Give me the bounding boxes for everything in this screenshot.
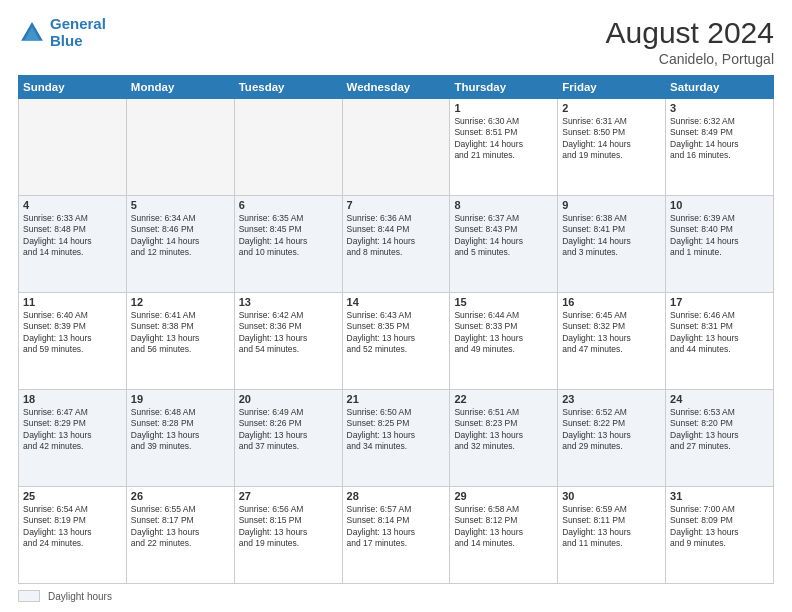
day-number: 24	[670, 393, 769, 405]
day-number: 8	[454, 199, 553, 211]
day-info: Sunrise: 7:00 AM Sunset: 8:09 PM Dayligh…	[670, 504, 769, 550]
calendar-day-cell: 22Sunrise: 6:51 AM Sunset: 8:23 PM Dayli…	[450, 390, 558, 487]
weekday-header-thursday: Thursday	[450, 76, 558, 99]
calendar-day-cell: 29Sunrise: 6:58 AM Sunset: 8:12 PM Dayli…	[450, 487, 558, 584]
logo-text: General Blue	[50, 16, 106, 49]
page: General Blue August 2024 Canidelo, Portu…	[0, 0, 792, 612]
day-info: Sunrise: 6:49 AM Sunset: 8:26 PM Dayligh…	[239, 407, 338, 453]
calendar-day-cell: 15Sunrise: 6:44 AM Sunset: 8:33 PM Dayli…	[450, 293, 558, 390]
calendar-day-cell	[19, 99, 127, 196]
day-number: 26	[131, 490, 230, 502]
calendar-week-row: 4Sunrise: 6:33 AM Sunset: 8:48 PM Daylig…	[19, 196, 774, 293]
logo: General Blue	[18, 16, 106, 49]
day-number: 17	[670, 296, 769, 308]
day-number: 7	[347, 199, 446, 211]
day-info: Sunrise: 6:47 AM Sunset: 8:29 PM Dayligh…	[23, 407, 122, 453]
day-number: 9	[562, 199, 661, 211]
day-info: Sunrise: 6:51 AM Sunset: 8:23 PM Dayligh…	[454, 407, 553, 453]
day-number: 4	[23, 199, 122, 211]
day-info: Sunrise: 6:34 AM Sunset: 8:46 PM Dayligh…	[131, 213, 230, 259]
calendar-day-cell: 8Sunrise: 6:37 AM Sunset: 8:43 PM Daylig…	[450, 196, 558, 293]
calendar-day-cell: 18Sunrise: 6:47 AM Sunset: 8:29 PM Dayli…	[19, 390, 127, 487]
logo-blue: Blue	[50, 32, 83, 49]
calendar-day-cell: 5Sunrise: 6:34 AM Sunset: 8:46 PM Daylig…	[126, 196, 234, 293]
day-info: Sunrise: 6:48 AM Sunset: 8:28 PM Dayligh…	[131, 407, 230, 453]
day-number: 12	[131, 296, 230, 308]
calendar: SundayMondayTuesdayWednesdayThursdayFrid…	[18, 75, 774, 584]
day-info: Sunrise: 6:50 AM Sunset: 8:25 PM Dayligh…	[347, 407, 446, 453]
title-block: August 2024 Canidelo, Portugal	[606, 16, 774, 67]
calendar-day-cell: 23Sunrise: 6:52 AM Sunset: 8:22 PM Dayli…	[558, 390, 666, 487]
calendar-day-cell: 28Sunrise: 6:57 AM Sunset: 8:14 PM Dayli…	[342, 487, 450, 584]
legend-box	[18, 590, 40, 602]
calendar-day-cell	[234, 99, 342, 196]
day-number: 6	[239, 199, 338, 211]
day-info: Sunrise: 6:40 AM Sunset: 8:39 PM Dayligh…	[23, 310, 122, 356]
day-number: 21	[347, 393, 446, 405]
day-number: 18	[23, 393, 122, 405]
day-info: Sunrise: 6:53 AM Sunset: 8:20 PM Dayligh…	[670, 407, 769, 453]
day-info: Sunrise: 6:45 AM Sunset: 8:32 PM Dayligh…	[562, 310, 661, 356]
day-number: 13	[239, 296, 338, 308]
calendar-day-cell: 25Sunrise: 6:54 AM Sunset: 8:19 PM Dayli…	[19, 487, 127, 584]
day-number: 14	[347, 296, 446, 308]
day-number: 28	[347, 490, 446, 502]
day-number: 31	[670, 490, 769, 502]
day-number: 22	[454, 393, 553, 405]
legend-label: Daylight hours	[48, 591, 112, 602]
weekday-header-tuesday: Tuesday	[234, 76, 342, 99]
day-info: Sunrise: 6:41 AM Sunset: 8:38 PM Dayligh…	[131, 310, 230, 356]
day-number: 30	[562, 490, 661, 502]
weekday-header-saturday: Saturday	[666, 76, 774, 99]
day-number: 5	[131, 199, 230, 211]
location-subtitle: Canidelo, Portugal	[606, 51, 774, 67]
day-number: 19	[131, 393, 230, 405]
calendar-day-cell: 11Sunrise: 6:40 AM Sunset: 8:39 PM Dayli…	[19, 293, 127, 390]
month-title: August 2024	[606, 16, 774, 49]
calendar-week-row: 1Sunrise: 6:30 AM Sunset: 8:51 PM Daylig…	[19, 99, 774, 196]
weekday-header-wednesday: Wednesday	[342, 76, 450, 99]
logo-icon	[18, 19, 46, 47]
day-number: 3	[670, 102, 769, 114]
calendar-day-cell: 6Sunrise: 6:35 AM Sunset: 8:45 PM Daylig…	[234, 196, 342, 293]
calendar-day-cell: 20Sunrise: 6:49 AM Sunset: 8:26 PM Dayli…	[234, 390, 342, 487]
footer: Daylight hours	[18, 590, 774, 602]
day-number: 20	[239, 393, 338, 405]
day-info: Sunrise: 6:55 AM Sunset: 8:17 PM Dayligh…	[131, 504, 230, 550]
day-info: Sunrise: 6:38 AM Sunset: 8:41 PM Dayligh…	[562, 213, 661, 259]
calendar-day-cell: 4Sunrise: 6:33 AM Sunset: 8:48 PM Daylig…	[19, 196, 127, 293]
day-number: 27	[239, 490, 338, 502]
day-info: Sunrise: 6:54 AM Sunset: 8:19 PM Dayligh…	[23, 504, 122, 550]
day-number: 25	[23, 490, 122, 502]
day-number: 1	[454, 102, 553, 114]
calendar-day-cell: 13Sunrise: 6:42 AM Sunset: 8:36 PM Dayli…	[234, 293, 342, 390]
day-info: Sunrise: 6:35 AM Sunset: 8:45 PM Dayligh…	[239, 213, 338, 259]
calendar-day-cell	[342, 99, 450, 196]
weekday-header-friday: Friday	[558, 76, 666, 99]
day-number: 29	[454, 490, 553, 502]
header: General Blue August 2024 Canidelo, Portu…	[18, 16, 774, 67]
calendar-day-cell: 2Sunrise: 6:31 AM Sunset: 8:50 PM Daylig…	[558, 99, 666, 196]
calendar-day-cell: 31Sunrise: 7:00 AM Sunset: 8:09 PM Dayli…	[666, 487, 774, 584]
weekday-header-monday: Monday	[126, 76, 234, 99]
calendar-week-row: 18Sunrise: 6:47 AM Sunset: 8:29 PM Dayli…	[19, 390, 774, 487]
calendar-day-cell: 12Sunrise: 6:41 AM Sunset: 8:38 PM Dayli…	[126, 293, 234, 390]
day-number: 11	[23, 296, 122, 308]
day-info: Sunrise: 6:37 AM Sunset: 8:43 PM Dayligh…	[454, 213, 553, 259]
day-info: Sunrise: 6:31 AM Sunset: 8:50 PM Dayligh…	[562, 116, 661, 162]
calendar-day-cell: 26Sunrise: 6:55 AM Sunset: 8:17 PM Dayli…	[126, 487, 234, 584]
day-info: Sunrise: 6:58 AM Sunset: 8:12 PM Dayligh…	[454, 504, 553, 550]
calendar-day-cell: 19Sunrise: 6:48 AM Sunset: 8:28 PM Dayli…	[126, 390, 234, 487]
weekday-header-sunday: Sunday	[19, 76, 127, 99]
day-info: Sunrise: 6:56 AM Sunset: 8:15 PM Dayligh…	[239, 504, 338, 550]
calendar-week-row: 25Sunrise: 6:54 AM Sunset: 8:19 PM Dayli…	[19, 487, 774, 584]
day-info: Sunrise: 6:33 AM Sunset: 8:48 PM Dayligh…	[23, 213, 122, 259]
calendar-day-cell: 9Sunrise: 6:38 AM Sunset: 8:41 PM Daylig…	[558, 196, 666, 293]
day-number: 23	[562, 393, 661, 405]
day-number: 15	[454, 296, 553, 308]
day-number: 16	[562, 296, 661, 308]
calendar-day-cell: 21Sunrise: 6:50 AM Sunset: 8:25 PM Dayli…	[342, 390, 450, 487]
day-info: Sunrise: 6:52 AM Sunset: 8:22 PM Dayligh…	[562, 407, 661, 453]
day-info: Sunrise: 6:59 AM Sunset: 8:11 PM Dayligh…	[562, 504, 661, 550]
calendar-day-cell: 14Sunrise: 6:43 AM Sunset: 8:35 PM Dayli…	[342, 293, 450, 390]
